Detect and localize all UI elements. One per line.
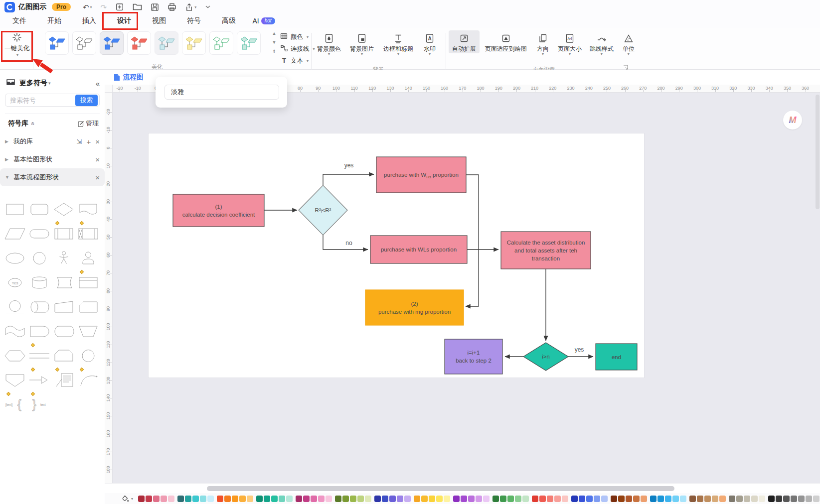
color-swatch[interactable] [601, 496, 608, 502]
ribbon-button-方向[interactable]: 方向▾ [532, 30, 553, 57]
open-file-button[interactable] [133, 3, 142, 11]
close-icon[interactable]: × [95, 155, 100, 164]
color-swatch[interactable] [303, 496, 310, 502]
shape-hexagon[interactable] [3, 344, 27, 368]
color-swatch[interactable] [783, 496, 790, 502]
shape-brace-right[interactable]: }text [27, 392, 51, 417]
color-swatch[interactable] [421, 496, 428, 502]
color-swatch[interactable] [650, 496, 656, 502]
color-swatch[interactable] [224, 496, 231, 502]
color-swatch[interactable] [382, 496, 388, 502]
ribbon-button-水印[interactable]: A水印▾ [419, 30, 441, 57]
shape-rectangle[interactable] [3, 197, 27, 222]
color-swatch[interactable] [712, 496, 718, 502]
color-swatch[interactable] [483, 496, 490, 502]
color-swatch[interactable] [286, 496, 293, 502]
style-preset-outline[interactable] [72, 31, 96, 55]
color-swatch[interactable] [192, 496, 199, 502]
preset-scroll-controls[interactable]: ▲ ▼ ⇟ [270, 31, 278, 54]
shape-diamond[interactable] [52, 197, 76, 222]
shape-ellipse[interactable] [3, 246, 27, 270]
style-preset-green-outline[interactable] [209, 31, 233, 55]
color-swatch[interactable] [476, 496, 482, 502]
color-swatch[interactable] [461, 496, 467, 502]
color-swatch[interactable] [357, 496, 364, 502]
redo-button[interactable]: ↷ [101, 3, 107, 11]
sidebar-section-基本绘图形状[interactable]: ▶基本绘图形状× [0, 150, 105, 168]
quick-menu-颜色[interactable]: 颜色▾ [280, 32, 315, 42]
color-swatch[interactable] [594, 496, 600, 502]
save-button[interactable] [151, 3, 159, 11]
color-swatch[interactable] [279, 496, 285, 502]
ribbon-button-单位[interactable]: 单位▾ [618, 30, 639, 57]
shape-pentagon-down[interactable] [3, 368, 27, 392]
color-swatch[interactable] [168, 496, 174, 502]
color-swatch[interactable] [207, 496, 214, 502]
color-swatch[interactable] [239, 496, 246, 502]
color-swatch[interactable] [729, 496, 735, 502]
color-swatch[interactable] [404, 496, 411, 502]
color-swatch[interactable] [641, 496, 647, 502]
menu-tab-视图[interactable]: 视图 [142, 16, 176, 25]
color-swatch[interactable] [554, 496, 561, 502]
color-swatch[interactable] [296, 496, 302, 502]
shape-predefined-process[interactable] [52, 222, 76, 246]
quick-menu-文本[interactable]: T文本▾ [280, 56, 315, 66]
plus-icon[interactable]: + [86, 137, 91, 146]
menu-tab-开始[interactable]: 开始 [37, 16, 72, 25]
color-swatch[interactable] [436, 496, 443, 502]
color-swatch[interactable] [444, 496, 450, 502]
print-button[interactable] [167, 3, 176, 11]
style-preset-yellow[interactable] [182, 31, 206, 55]
new-file-button[interactable] [115, 2, 124, 11]
shape-wave-flag[interactable] [3, 319, 27, 344]
color-swatch[interactable] [522, 496, 529, 502]
color-swatch[interactable] [680, 496, 686, 502]
ribbon-button-自动扩展[interactable]: 自动扩展 [449, 30, 480, 53]
shape-card[interactable] [76, 295, 100, 319]
sidebar-section-我的库[interactable]: ▶我的库⇲+× [0, 132, 105, 150]
shape-delay[interactable] [27, 319, 51, 344]
color-swatch[interactable] [177, 496, 184, 502]
color-swatch[interactable] [264, 496, 270, 502]
menu-tab-高级[interactable]: 高级 [211, 16, 246, 25]
color-swatch[interactable] [626, 496, 632, 502]
color-swatch[interactable] [200, 496, 206, 502]
color-swatch[interactable] [326, 496, 332, 502]
ribbon-button-背景图片[interactable]: 背景图片▾ [346, 30, 378, 57]
search-input[interactable] [5, 97, 75, 104]
scroll-up-icon[interactable]: ▲ [272, 31, 277, 36]
color-swatch[interactable] [271, 496, 278, 502]
color-swatch[interactable] [138, 496, 145, 502]
color-swatch[interactable] [161, 496, 167, 502]
color-swatch[interactable] [736, 496, 743, 502]
color-swatch[interactable] [453, 496, 460, 502]
color-swatch[interactable] [611, 496, 617, 502]
shape-rounded-rectangle[interactable] [27, 197, 51, 222]
color-swatch[interactable] [397, 496, 403, 502]
shape-circle[interactable] [27, 246, 51, 270]
undo-button[interactable]: ↶▾ [83, 3, 92, 11]
tab-flowchart[interactable]: 流程图 [114, 73, 144, 82]
color-swatch[interactable] [798, 496, 805, 502]
collapse-all-icon[interactable]: « [29, 122, 36, 126]
shape-circle-small[interactable] [76, 344, 100, 368]
color-swatch[interactable] [697, 496, 703, 502]
style-preset-blue-filled[interactable] [45, 31, 69, 55]
color-swatch[interactable] [153, 496, 160, 502]
shape-internal-storage[interactable] [76, 222, 100, 246]
color-swatch[interactable] [350, 496, 356, 502]
shape-cylinder[interactable] [27, 270, 51, 295]
shape-display[interactable] [52, 270, 76, 295]
color-swatch[interactable] [532, 496, 538, 502]
theme-option-elegant[interactable]: 淡雅 [164, 85, 279, 100]
color-swatch[interactable] [146, 496, 152, 502]
color-swatch[interactable] [813, 496, 820, 502]
fill-tool-button[interactable]: ▾ [122, 495, 133, 503]
color-swatch[interactable] [618, 496, 625, 502]
ribbon-button-页面大小[interactable]: A4页面大小▾ [554, 30, 585, 57]
color-swatch[interactable] [547, 496, 553, 502]
horizontal-scrollbar[interactable] [207, 486, 674, 491]
ribbon-button-跳线样式[interactable]: 跳线样式▾ [586, 30, 617, 57]
sidebar-title[interactable]: 更多符号 [19, 79, 47, 88]
